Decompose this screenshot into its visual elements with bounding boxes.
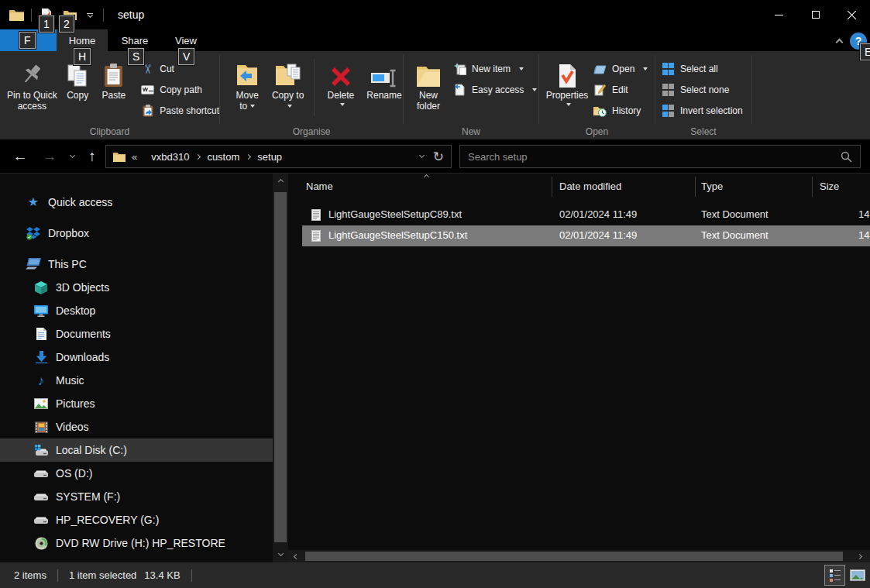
- key-hint-view: V: [178, 48, 194, 65]
- dropdown-arrow-icon: [340, 103, 345, 106]
- sidebar-item-documents[interactable]: Documents: [0, 322, 273, 346]
- dropdown-arrow-icon: [287, 105, 292, 108]
- file-type: Text Document: [701, 208, 769, 220]
- breadcrumb-vxbd310[interactable]: vxbd310: [151, 151, 189, 163]
- sidebar-item-3d-objects[interactable]: 3D Objects: [0, 276, 273, 299]
- drive-icon: [33, 492, 49, 501]
- up-button[interactable]: ↑: [81, 145, 104, 168]
- rename-button[interactable]: Rename: [366, 56, 403, 124]
- copy-button[interactable]: Copy: [63, 56, 93, 124]
- file-size: 14 KB: [858, 229, 870, 241]
- refresh-icon[interactable]: ↻: [433, 150, 444, 163]
- scroll-right-button[interactable]: [851, 550, 867, 562]
- edit-button[interactable]: Edit: [593, 80, 648, 100]
- address-dropdown-chevron-icon[interactable]: [419, 153, 425, 158]
- select-none-button[interactable]: Select none: [662, 80, 743, 100]
- copy-to-button[interactable]: Copy to: [271, 56, 304, 124]
- sidebar-item-videos[interactable]: Videos: [0, 415, 273, 438]
- new-group-label: New: [404, 126, 538, 137]
- horizontal-scrollbar[interactable]: [288, 550, 870, 562]
- open-button[interactable]: Open: [593, 59, 648, 79]
- sidebar-item-pictures[interactable]: Pictures: [0, 392, 273, 415]
- breadcrumb-custom[interactable]: custom: [207, 151, 239, 163]
- chevron-right-icon[interactable]: [195, 153, 201, 159]
- sidebar-item-label: Downloads: [56, 351, 109, 363]
- move-to-button[interactable]: Move to: [231, 56, 263, 124]
- drive-icon: [33, 469, 49, 478]
- select-all-button[interactable]: Select all: [662, 59, 743, 79]
- delete-button[interactable]: Delete: [324, 56, 358, 124]
- sidebar-item-dropbox[interactable]: Dropbox: [0, 222, 273, 245]
- new-folder-button[interactable]: New folder: [410, 56, 447, 124]
- ribbon-separator: [314, 59, 315, 116]
- dropdown-arrow-icon: [566, 103, 571, 106]
- invert-selection-button[interactable]: Invert selection: [662, 101, 743, 121]
- column-header-size[interactable]: Size: [820, 181, 839, 192]
- sidebar-item-label: SYSTEM (F:): [56, 490, 120, 503]
- sidebar-item-local-disk-c[interactable]: Local Disk (C:): [0, 438, 273, 462]
- forward-button[interactable]: →: [37, 145, 62, 168]
- column-header-name[interactable]: Name: [306, 181, 333, 192]
- sidebar-item-label: Documents: [56, 328, 111, 340]
- window-controls: [761, 0, 870, 29]
- rename-label: Rename: [366, 90, 401, 101]
- sidebar-item-os-d[interactable]: OS (D:): [0, 462, 273, 485]
- search-input[interactable]: [468, 151, 841, 163]
- sidebar-item-system-f[interactable]: SYSTEM (F:): [0, 485, 273, 508]
- search-box[interactable]: [459, 145, 861, 168]
- collapse-ribbon-button[interactable]: [830, 36, 848, 48]
- explorer-folder-icon: [8, 5, 25, 24]
- breadcrumb-overflow[interactable]: «: [132, 151, 137, 163]
- sidebar-item-this-pc[interactable]: This PC: [0, 253, 273, 276]
- column-header-date-modified[interactable]: Date modified: [559, 181, 621, 192]
- chevron-right-icon[interactable]: [246, 153, 251, 159]
- back-button[interactable]: ←: [8, 145, 33, 168]
- file-size: 14 KB: [858, 208, 870, 220]
- file-row-c89[interactable]: LightGaugeSteelSetupC89.txt 02/01/2024 1…: [302, 205, 870, 225]
- paste-shortcut-icon: [141, 105, 154, 117]
- pin-to-quick-access-button[interactable]: Pin to Quick access: [6, 56, 58, 124]
- sidebar-item-hp-recovery-g[interactable]: HP_RECOVERY (G:): [0, 508, 273, 531]
- copy-to-icon: [275, 56, 301, 90]
- new-item-button[interactable]: New item: [453, 59, 537, 79]
- scroll-up-button[interactable]: [273, 174, 288, 189]
- qat-customize-dropdown[interactable]: [83, 13, 97, 17]
- history-label: History: [612, 105, 641, 116]
- easy-access-button[interactable]: Easy access: [453, 80, 537, 100]
- key-hint-share: S: [128, 48, 144, 65]
- sidebar-scrollbar[interactable]: [273, 174, 288, 562]
- column-divider[interactable]: [552, 177, 552, 197]
- move-to-label: Move to: [236, 90, 259, 112]
- copy-path-icon: [141, 85, 154, 95]
- copy-path-button[interactable]: Copy path: [141, 80, 219, 100]
- sidebar-item-quick-access[interactable]: ★ Quick access: [0, 191, 273, 214]
- close-button[interactable]: [834, 0, 870, 29]
- thumbnails-view-button[interactable]: [847, 565, 868, 586]
- details-view-button[interactable]: [824, 565, 845, 586]
- search-icon[interactable]: [841, 151, 852, 163]
- recent-locations-dropdown[interactable]: [65, 145, 79, 168]
- history-button[interactable]: History: [593, 101, 648, 121]
- scroll-left-button[interactable]: [288, 550, 304, 562]
- sidebar-item-desktop[interactable]: Desktop: [0, 299, 273, 322]
- sidebar-item-label: Dropbox: [48, 227, 89, 239]
- minimize-button[interactable]: [761, 0, 797, 29]
- scrollbar-thumb[interactable]: [305, 552, 843, 561]
- sidebar-item-dvd-drive-h[interactable]: DVD RW Drive (H:) HP_RESTORE: [0, 531, 273, 555]
- sidebar-item-downloads[interactable]: Downloads: [0, 346, 273, 369]
- paste-shortcut-button[interactable]: Paste shortcut: [141, 101, 219, 121]
- maximize-button[interactable]: [797, 0, 834, 29]
- file-row-c150-selected[interactable]: LightGaugeSteelSetupC150.txt 02/01/2024 …: [302, 225, 870, 246]
- column-divider[interactable]: [812, 177, 813, 197]
- properties-button[interactable]: Properties: [544, 56, 590, 124]
- scrollbar-thumb[interactable]: [274, 192, 287, 542]
- chevron-down-icon: [69, 153, 74, 158]
- column-header-type[interactable]: Type: [701, 181, 723, 192]
- scroll-down-button[interactable]: [273, 547, 288, 562]
- breadcrumb-setup[interactable]: setup: [257, 151, 282, 163]
- paste-button[interactable]: Paste: [98, 56, 131, 124]
- sidebar-item-music[interactable]: ♪ Music: [0, 369, 273, 392]
- address-bar[interactable]: « vxbd310 custom setup ↻: [105, 145, 452, 168]
- toolbar-divider: [31, 9, 32, 22]
- column-divider[interactable]: [695, 177, 696, 197]
